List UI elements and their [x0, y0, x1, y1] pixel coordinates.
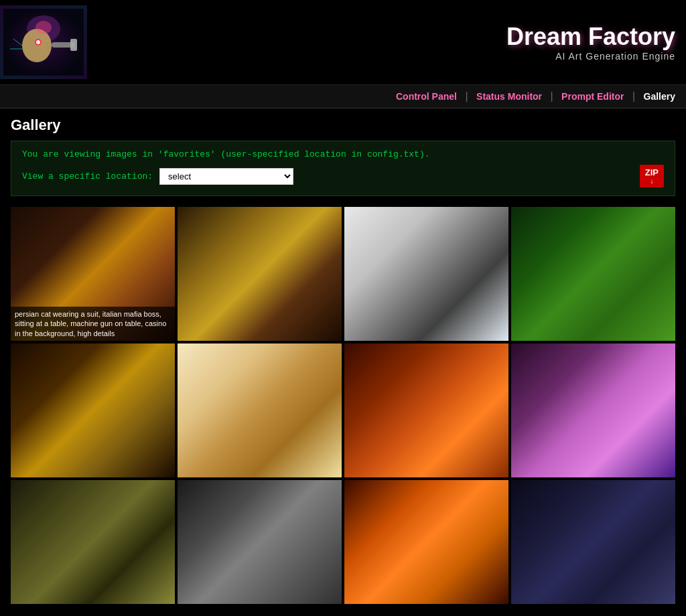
gallery-item[interactable]	[178, 207, 342, 341]
gallery-item[interactable]	[11, 343, 175, 477]
gallery-item[interactable]	[511, 480, 675, 604]
image-8	[511, 343, 675, 477]
nav-prompt-editor[interactable]: Prompt Editor	[561, 91, 624, 102]
image-6	[178, 343, 342, 477]
info-box: You are viewing images in 'favorites' (u…	[11, 141, 675, 196]
gallery-item[interactable]: persian cat wearing a suit, italian mafi…	[11, 207, 175, 341]
image-5	[11, 343, 175, 477]
image-11	[344, 480, 508, 604]
image-7	[344, 343, 508, 477]
gallery-item[interactable]	[178, 480, 342, 604]
image-9	[11, 480, 175, 604]
zip-arrow-icon: ↓	[650, 177, 653, 185]
zip-download-button[interactable]: ZIP ↓	[640, 165, 664, 187]
brand-title: Dream Factory	[506, 23, 675, 51]
nav-control-panel[interactable]: Control Panel	[396, 91, 457, 102]
image-4	[511, 207, 675, 341]
info-text: You are viewing images in 'favorites' (u…	[22, 149, 664, 159]
nav-status-monitor[interactable]: Status Monitor	[476, 91, 542, 102]
header: Dream Factory AI Art Generation Engine	[0, 0, 686, 85]
image-caption-1: persian cat wearing a suit, italian mafi…	[11, 307, 175, 341]
logo-image	[0, 5, 87, 79]
info-row: View a specific location: select favorit…	[22, 165, 664, 187]
logo-area	[0, 5, 87, 79]
svg-point-3	[22, 29, 52, 62]
location-select[interactable]: select favorites all	[159, 168, 293, 185]
nav-bar: Control Panel | Status Monitor | Prompt …	[0, 85, 686, 108]
image-12	[511, 480, 675, 604]
gallery-item[interactable]	[344, 480, 508, 604]
gallery-item[interactable]	[344, 343, 508, 477]
image-3	[344, 207, 508, 341]
brand-area: Dream Factory AI Art Generation Engine	[506, 23, 675, 62]
svg-rect-7	[70, 39, 77, 51]
svg-point-8	[36, 21, 52, 34]
nav-separator-2: |	[551, 90, 553, 102]
nav-separator-3: |	[632, 90, 635, 102]
nav-separator-1: |	[465, 90, 468, 102]
gallery-grid: persian cat wearing a suit, italian mafi…	[11, 207, 675, 604]
page-content: Gallery You are viewing images in 'favor…	[0, 108, 686, 612]
image-2	[178, 207, 342, 341]
nav-gallery[interactable]: Gallery	[644, 91, 675, 102]
location-label: View a specific location:	[22, 171, 153, 181]
brand-subtitle: AI Art Generation Engine	[506, 51, 675, 62]
gallery-item[interactable]	[344, 207, 508, 341]
image-10	[178, 480, 342, 604]
gallery-item[interactable]	[178, 343, 342, 477]
zip-label: ZIP	[645, 167, 659, 177]
svg-point-10	[36, 40, 40, 44]
page-title: Gallery	[11, 117, 675, 134]
gallery-item[interactable]	[511, 207, 675, 341]
gallery-item[interactable]	[11, 480, 175, 604]
gallery-item[interactable]	[511, 343, 675, 477]
